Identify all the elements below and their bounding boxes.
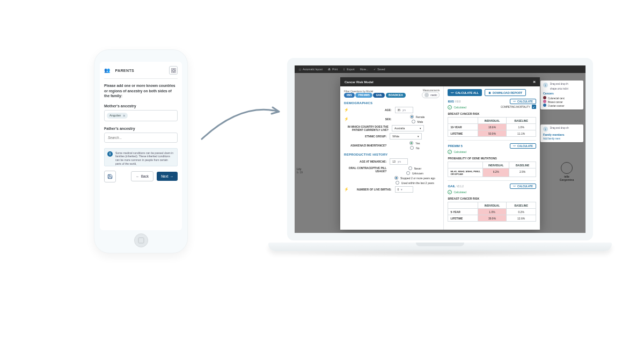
premm-calculate-button[interactable]: 〰CALCULATE	[510, 143, 536, 149]
svg-rect-3	[174, 71, 176, 73]
laptop-notch	[416, 243, 464, 246]
back-button[interactable]: ← Back	[131, 171, 153, 181]
calculated-status: ✓Calculated	[448, 105, 466, 109]
legend-dot-breast	[543, 100, 546, 103]
calculated-status: ✓Calculated	[448, 190, 466, 194]
sex-radios: Female Male	[395, 115, 440, 123]
pedigree-node-left: Lily b. 19	[297, 167, 334, 184]
ocp-unknown-radio[interactable]	[406, 171, 410, 175]
sex-male-radio[interactable]	[412, 120, 415, 123]
ashk-yes-radio[interactable]	[409, 141, 413, 145]
info-icon: i	[543, 127, 548, 131]
model-block-ibis: IBISV.8.0 〰CALCULATE ✓Calculated COMPETI…	[448, 96, 536, 141]
toolbar-auto-layout[interactable]: ◻ Automatic layout	[299, 68, 323, 71]
svg-rect-2	[171, 71, 173, 73]
filter-pill-ibis[interactable]: IBIS	[344, 93, 355, 98]
info-callout: Some medical conditions can be passed do…	[104, 148, 178, 166]
mother-ancestry-input[interactable]: Angolan ×	[104, 110, 178, 121]
ancestry-chip[interactable]: Angolan ×	[107, 113, 128, 119]
reproductive-header: REPRODUCTIVE HISTORY	[344, 153, 440, 156]
country-select[interactable]: Australia ▾	[392, 125, 424, 131]
filter-label: Filter Questions by Model	[344, 90, 406, 93]
grid-toggle-button[interactable]	[169, 66, 178, 75]
age-input[interactable]: 35 yrs	[395, 107, 413, 113]
footer-buttons: ← Back Next →	[104, 171, 178, 182]
results-panel: 〰 CALCULATE ALL 🗎 DOWNLOAD REPORT I	[444, 86, 540, 230]
model-version: V2.1.2	[457, 185, 464, 188]
arrow-right-icon: →	[170, 174, 174, 178]
ocp-radios: Never Unknown Stopped 2 or more years ag…	[390, 166, 440, 185]
save-icon	[107, 174, 113, 179]
info-icon: i	[543, 83, 548, 87]
legend-dot-ovarian	[543, 104, 546, 107]
document-icon: 🗎	[488, 91, 491, 94]
laptop-shadow	[274, 249, 606, 258]
ocp-never-radio[interactable]	[408, 166, 412, 170]
units-toggle[interactable]: metric	[422, 92, 440, 98]
sex-female-radio[interactable]	[410, 115, 414, 119]
download-report-button[interactable]: 🗎 DOWNLOAD REPORT	[485, 89, 526, 96]
laptop-mockup: ◻ Automatic layout 🖶 Print ⇩ Export More…	[268, 58, 612, 262]
sex-label: SEX:	[353, 118, 392, 121]
filter-pill-gail[interactable]: GAIL	[373, 93, 385, 98]
info-text: Some medical conditions can be passed do…	[115, 151, 173, 165]
modal-close-button[interactable]: ×	[533, 79, 536, 84]
home-button[interactable]	[134, 233, 148, 247]
laptop-screen: ◻ Automatic layout 🖶 Print ⇩ Export More…	[295, 65, 586, 233]
toolbar-print[interactable]: 🖶 Print	[328, 68, 338, 71]
ethnic-select[interactable]: White ▾	[390, 133, 422, 140]
births-input[interactable]: 0 ▾	[395, 186, 413, 193]
filter-pill-boadicea[interactable]: BOADICEA	[386, 93, 406, 98]
back-label: Back	[141, 174, 149, 178]
svg-rect-1	[174, 68, 176, 70]
competing-mortality-toggle[interactable]: COMPETING MORTALITY ✓	[501, 105, 536, 109]
mother-ancestry-label: Mother's ancestry	[104, 104, 178, 108]
calculate-all-button[interactable]: 〰 CALCULATE ALL	[448, 89, 482, 96]
ashkenazi-label: ASHKENAZI INHERITANCE?	[344, 144, 386, 147]
arrow-left-icon: ←	[136, 174, 140, 178]
toolbar-export[interactable]: ⇩ Export	[343, 68, 354, 71]
ocp-recent-radio[interactable]	[396, 181, 399, 185]
model-block-premm5: PREMM 5 〰CALCULATE ✓Calculated PROBABILI…	[448, 141, 536, 181]
laptop-bezel: ◻ Automatic layout 🖶 Print ⇩ Export More…	[287, 58, 593, 240]
model-name: IBIS	[448, 100, 454, 103]
cancer-risk-modal: Cancer Risk Model × Filter Questions by …	[340, 77, 540, 230]
age-label: AGE:	[353, 108, 392, 112]
pedigree-circle-icon	[561, 162, 573, 174]
ashk-no-radio[interactable]	[410, 146, 414, 150]
ocp-stopped-radio[interactable]	[394, 176, 398, 180]
family-members-panel: iDrag and drop sh Family members Add fam…	[540, 124, 583, 142]
ashkenazi-radios: Yes No	[390, 141, 440, 150]
father-ancestry-search[interactable]	[104, 133, 178, 143]
menarche-label: AGE AT MENARCHE:	[344, 160, 386, 163]
pulse-icon: 〰	[451, 91, 453, 94]
bolt-icon: ⚡	[344, 187, 349, 192]
model-version: V.8.0	[455, 100, 460, 103]
chip-label: Angolan	[109, 114, 121, 117]
people-icon: 👥	[104, 68, 110, 73]
save-icon-button[interactable]	[104, 171, 116, 182]
app-toolbar: ◻ Automatic layout 🖶 Print ⇩ Export More…	[295, 65, 586, 73]
next-button[interactable]: Next →	[157, 172, 178, 181]
gail-risk-table: INDIVIDUALBASELINE 5-YEAR1.0%0.2% LIFETI…	[448, 202, 536, 222]
chip-remove-icon[interactable]: ×	[123, 114, 125, 118]
toolbar-more[interactable]: More...	[360, 68, 369, 71]
pulse-icon: 〰	[513, 145, 516, 148]
add-family-member-link[interactable]: Add family mem	[543, 137, 581, 140]
intro-text: Please add one or more known countries o…	[104, 83, 178, 99]
family-members-title: Family members	[543, 133, 581, 136]
ocp-label: ORAL CONTRACEPTIVE PILL USAGE?	[344, 166, 386, 173]
model-name: PREMM 5	[448, 144, 462, 148]
modal-header: Cancer Risk Model ×	[340, 77, 540, 86]
section-header: 👥 PARENTS	[104, 62, 178, 79]
phone-mockup: 👥 PARENTS Please add one or more known c…	[94, 49, 188, 253]
cancers-legend-panel: iDrag and drop th shape onto indivi Canc…	[540, 80, 583, 109]
phone-screen: 👥 PARENTS Please add one or more known c…	[100, 62, 182, 230]
filter-pill-premm5[interactable]: PREMM5	[355, 93, 372, 98]
births-label: NUMBER OF LIVE BIRTHS:	[353, 188, 392, 191]
gail-calculate-button[interactable]: 〰CALCULATE	[510, 184, 536, 189]
toolbar-saved: ✓ Saved	[374, 68, 385, 71]
menarche-input[interactable]: 13 yrs	[390, 158, 408, 165]
ibis-calculate-button[interactable]: 〰CALCULATE	[510, 99, 536, 104]
toggle-knob-icon	[425, 93, 429, 97]
